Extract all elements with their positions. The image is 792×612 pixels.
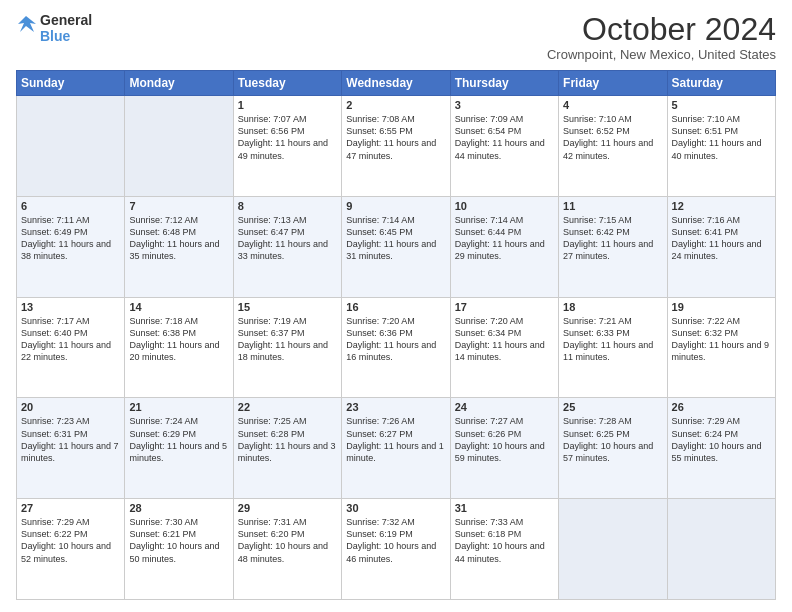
day-header-saturday: Saturday [667,71,775,96]
day-number: 28 [129,502,228,514]
cell-info: Sunrise: 7:13 AMSunset: 6:47 PMDaylight:… [238,215,328,261]
cell-info: Sunrise: 7:21 AMSunset: 6:33 PMDaylight:… [563,316,653,362]
cell-info: Sunrise: 7:09 AMSunset: 6:54 PMDaylight:… [455,114,545,160]
day-number: 5 [672,99,771,111]
cell-info: Sunrise: 7:29 AMSunset: 6:22 PMDaylight:… [21,517,111,563]
calendar-cell: 26Sunrise: 7:29 AMSunset: 6:24 PMDayligh… [667,398,775,499]
calendar-cell: 14Sunrise: 7:18 AMSunset: 6:38 PMDayligh… [125,297,233,398]
calendar-cell: 21Sunrise: 7:24 AMSunset: 6:29 PMDayligh… [125,398,233,499]
calendar-cell: 22Sunrise: 7:25 AMSunset: 6:28 PMDayligh… [233,398,341,499]
title-block: October 2024 Crownpoint, New Mexico, Uni… [547,12,776,62]
cell-info: Sunrise: 7:20 AMSunset: 6:36 PMDaylight:… [346,316,436,362]
calendar-cell: 13Sunrise: 7:17 AMSunset: 6:40 PMDayligh… [17,297,125,398]
cell-info: Sunrise: 7:27 AMSunset: 6:26 PMDaylight:… [455,416,545,462]
calendar-cell: 7Sunrise: 7:12 AMSunset: 6:48 PMDaylight… [125,196,233,297]
calendar-cell: 30Sunrise: 7:32 AMSunset: 6:19 PMDayligh… [342,499,450,600]
week-row-0: 1Sunrise: 7:07 AMSunset: 6:56 PMDaylight… [17,96,776,197]
week-row-2: 13Sunrise: 7:17 AMSunset: 6:40 PMDayligh… [17,297,776,398]
calendar-cell [17,96,125,197]
day-number: 23 [346,401,445,413]
cell-info: Sunrise: 7:19 AMSunset: 6:37 PMDaylight:… [238,316,328,362]
calendar-cell: 15Sunrise: 7:19 AMSunset: 6:37 PMDayligh… [233,297,341,398]
cell-info: Sunrise: 7:14 AMSunset: 6:44 PMDaylight:… [455,215,545,261]
day-number: 26 [672,401,771,413]
day-number: 13 [21,301,120,313]
day-header-sunday: Sunday [17,71,125,96]
calendar-cell: 20Sunrise: 7:23 AMSunset: 6:31 PMDayligh… [17,398,125,499]
cell-info: Sunrise: 7:31 AMSunset: 6:20 PMDaylight:… [238,517,328,563]
day-number: 16 [346,301,445,313]
calendar-cell: 1Sunrise: 7:07 AMSunset: 6:56 PMDaylight… [233,96,341,197]
day-header-tuesday: Tuesday [233,71,341,96]
day-number: 9 [346,200,445,212]
cell-info: Sunrise: 7:23 AMSunset: 6:31 PMDaylight:… [21,416,119,462]
calendar-cell: 17Sunrise: 7:20 AMSunset: 6:34 PMDayligh… [450,297,558,398]
calendar-cell: 5Sunrise: 7:10 AMSunset: 6:51 PMDaylight… [667,96,775,197]
logo-text-general: General [40,12,92,28]
header: General Blue October 2024 Crownpoint, Ne… [16,12,776,62]
cell-info: Sunrise: 7:17 AMSunset: 6:40 PMDaylight:… [21,316,111,362]
day-number: 14 [129,301,228,313]
logo-text-blue: Blue [40,28,92,44]
cell-info: Sunrise: 7:15 AMSunset: 6:42 PMDaylight:… [563,215,653,261]
day-number: 22 [238,401,337,413]
logo-container: General Blue [16,12,92,44]
day-header-thursday: Thursday [450,71,558,96]
cell-info: Sunrise: 7:20 AMSunset: 6:34 PMDaylight:… [455,316,545,362]
day-number: 30 [346,502,445,514]
calendar-cell: 3Sunrise: 7:09 AMSunset: 6:54 PMDaylight… [450,96,558,197]
calendar-cell: 23Sunrise: 7:26 AMSunset: 6:27 PMDayligh… [342,398,450,499]
location: Crownpoint, New Mexico, United States [547,47,776,62]
cell-info: Sunrise: 7:18 AMSunset: 6:38 PMDaylight:… [129,316,219,362]
calendar-cell: 6Sunrise: 7:11 AMSunset: 6:49 PMDaylight… [17,196,125,297]
day-number: 3 [455,99,554,111]
calendar-table: SundayMondayTuesdayWednesdayThursdayFrid… [16,70,776,600]
day-number: 2 [346,99,445,111]
week-row-3: 20Sunrise: 7:23 AMSunset: 6:31 PMDayligh… [17,398,776,499]
cell-info: Sunrise: 7:07 AMSunset: 6:56 PMDaylight:… [238,114,328,160]
day-number: 7 [129,200,228,212]
logo: General Blue [16,12,92,44]
cell-info: Sunrise: 7:29 AMSunset: 6:24 PMDaylight:… [672,416,762,462]
calendar-cell: 16Sunrise: 7:20 AMSunset: 6:36 PMDayligh… [342,297,450,398]
day-number: 11 [563,200,662,212]
calendar-cell: 2Sunrise: 7:08 AMSunset: 6:55 PMDaylight… [342,96,450,197]
day-number: 17 [455,301,554,313]
calendar-cell: 10Sunrise: 7:14 AMSunset: 6:44 PMDayligh… [450,196,558,297]
day-header-wednesday: Wednesday [342,71,450,96]
svg-marker-0 [18,16,36,32]
cell-info: Sunrise: 7:14 AMSunset: 6:45 PMDaylight:… [346,215,436,261]
day-number: 10 [455,200,554,212]
calendar-cell: 28Sunrise: 7:30 AMSunset: 6:21 PMDayligh… [125,499,233,600]
day-number: 24 [455,401,554,413]
day-number: 20 [21,401,120,413]
day-number: 4 [563,99,662,111]
calendar-cell: 27Sunrise: 7:29 AMSunset: 6:22 PMDayligh… [17,499,125,600]
day-number: 18 [563,301,662,313]
calendar-cell [667,499,775,600]
cell-info: Sunrise: 7:33 AMSunset: 6:18 PMDaylight:… [455,517,545,563]
day-number: 1 [238,99,337,111]
calendar-cell: 31Sunrise: 7:33 AMSunset: 6:18 PMDayligh… [450,499,558,600]
calendar-cell: 19Sunrise: 7:22 AMSunset: 6:32 PMDayligh… [667,297,775,398]
day-number: 12 [672,200,771,212]
cell-info: Sunrise: 7:25 AMSunset: 6:28 PMDaylight:… [238,416,336,462]
cell-info: Sunrise: 7:11 AMSunset: 6:49 PMDaylight:… [21,215,111,261]
day-number: 31 [455,502,554,514]
cell-info: Sunrise: 7:28 AMSunset: 6:25 PMDaylight:… [563,416,653,462]
day-number: 21 [129,401,228,413]
day-number: 15 [238,301,337,313]
logo-bird-icon [16,12,38,40]
calendar-cell: 8Sunrise: 7:13 AMSunset: 6:47 PMDaylight… [233,196,341,297]
day-number: 19 [672,301,771,313]
page: General Blue October 2024 Crownpoint, Ne… [0,0,792,612]
calendar-cell: 12Sunrise: 7:16 AMSunset: 6:41 PMDayligh… [667,196,775,297]
calendar-cell: 25Sunrise: 7:28 AMSunset: 6:25 PMDayligh… [559,398,667,499]
day-number: 29 [238,502,337,514]
cell-info: Sunrise: 7:16 AMSunset: 6:41 PMDaylight:… [672,215,762,261]
cell-info: Sunrise: 7:32 AMSunset: 6:19 PMDaylight:… [346,517,436,563]
cell-info: Sunrise: 7:08 AMSunset: 6:55 PMDaylight:… [346,114,436,160]
calendar-cell [559,499,667,600]
header-row: SundayMondayTuesdayWednesdayThursdayFrid… [17,71,776,96]
cell-info: Sunrise: 7:30 AMSunset: 6:21 PMDaylight:… [129,517,219,563]
